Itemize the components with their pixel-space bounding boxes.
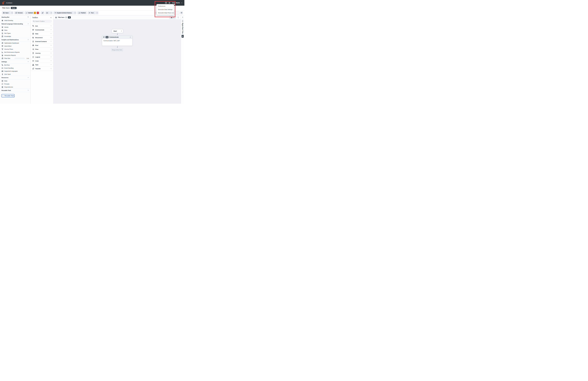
sidebar-section-starting-bot[interactable]: Starting Bot [0, 15, 30, 19]
language-button[interactable]: English (United States) [53, 11, 76, 14]
menu-item-preferences[interactable]: Preferences [157, 4, 174, 8]
toolbox-category-external-contacts[interactable]: External Contacts [31, 40, 53, 43]
test-dropdown[interactable] [96, 11, 98, 14]
link-button[interactable] [41, 11, 44, 14]
diamond-icon[interactable] [182, 20, 184, 22]
version-button[interactable]: Version [14, 11, 24, 14]
section-label: Resources [1, 77, 8, 78]
drag-action-dropzone[interactable]: Drag action here [111, 48, 123, 51]
sidebar-section-settings[interactable]: Settings [0, 60, 30, 64]
sidebar-item-event-handling[interactable]: Event Handling [0, 66, 30, 70]
communicate-node[interactable]: 90 Communicate Communication: NOT_SET [102, 35, 132, 46]
external-contacts-icon [32, 41, 34, 42]
sidebar-section-reusable-task[interactable]: Reusable Task [0, 89, 30, 92]
sidebar-item-prompts[interactable]: Prompts [0, 83, 30, 85]
start-node[interactable]: Start [112, 29, 123, 33]
sidebar-section-insights-and-optimizations[interactable]: Insights and Optimizations [0, 38, 30, 42]
question-circle-icon[interactable] [65, 17, 67, 18]
menu-item-execution-data-flows-level[interactable]: Execution Data Flows Level [157, 11, 174, 15]
gears-icon [1, 64, 3, 66]
pie-chart-icon [1, 42, 3, 44]
validate-button[interactable]: Validate 1 1 [24, 11, 40, 14]
save-button[interactable]: Save [2, 11, 13, 14]
chevron-down-icon [50, 48, 52, 50]
publish-button[interactable]: Publish [77, 11, 87, 14]
sidebar-item-bot-flow[interactable]: Bot Flow [0, 64, 30, 66]
sidebar-item-supported-languages[interactable]: Supported Languages [0, 70, 30, 73]
start-node-kebab-menu[interactable] [120, 30, 123, 33]
ordered-list-dropdown[interactable] [50, 11, 53, 14]
toolbox-search-input[interactable] [35, 21, 51, 22]
document-icon [1, 32, 3, 34]
user-name[interactable]: User Name [172, 2, 180, 4]
sidebar-item-data[interactable]: Data [0, 79, 30, 83]
sidebar-item-flow-size[interactable]: Flow SizeLow [0, 57, 30, 60]
communicate-node-kebab-menu[interactable] [129, 36, 131, 39]
toolbox-category-transfer[interactable]: Transfer [31, 67, 53, 71]
sidebar-item-knowledge[interactable]: Knowledge [0, 35, 30, 38]
sidebar-item-optimization-dashboard[interactable]: Optimization Dashboard [0, 42, 30, 44]
language-dropdown[interactable] [74, 11, 76, 14]
toolbox-category-ask[interactable]: Ask [31, 24, 53, 28]
button-label: Reusable Task [4, 95, 14, 96]
gem-icon [1, 45, 3, 47]
collapse-left-icon[interactable] [182, 17, 184, 18]
canvas-kebab-menu[interactable] [177, 16, 179, 19]
test-button[interactable]: Test [88, 11, 98, 14]
chevron-down-icon[interactable] [181, 2, 183, 4]
toolbox-category-loop[interactable]: Loop [31, 59, 53, 63]
toolbox-panel: Toolbox AskCommunicateDataDisconnectExte… [31, 15, 54, 104]
toolbox-category-communicate[interactable]: Communicate [31, 28, 53, 32]
toolbox-search[interactable] [32, 20, 52, 23]
toolbox-category-journey[interactable]: Journey [31, 51, 53, 55]
item-label: Dependencies [4, 86, 13, 88]
collapse-left-icon[interactable] [50, 17, 52, 18]
bar-chart-icon [1, 51, 3, 53]
item-label: Initial Greeting [4, 20, 13, 21]
gear-icon[interactable] [168, 2, 170, 4]
chevron-down-icon[interactable] [27, 77, 29, 78]
category-label: External Contacts [35, 41, 47, 42]
add-reusable-task-button[interactable]: Reusable Task [1, 94, 15, 97]
collapse-left-icon[interactable] [27, 16, 29, 18]
filter-button[interactable] [180, 11, 183, 14]
sidebar-item-intent-miner[interactable]: Intent Miner [0, 44, 30, 48]
communicate-node-title: Communicate [109, 36, 119, 38]
sitemap-icon [55, 17, 57, 18]
chevron-down-icon[interactable] [27, 39, 29, 40]
toolbox-category-logical[interactable]: Logical [31, 55, 53, 59]
toolbox-category-task[interactable]: Task [31, 63, 53, 67]
save-dropdown[interactable] [10, 11, 13, 14]
help-icon[interactable] [165, 2, 167, 4]
item-label: Bot Performance Reports [4, 51, 20, 53]
toolbox-category-flow[interactable]: Flow [31, 47, 53, 51]
sidebar-item-slot-types[interactable]: Slot Types [0, 32, 30, 35]
shuffle-icon [32, 48, 34, 50]
chevron-down-icon[interactable] [27, 90, 29, 91]
sidebar-item-slots[interactable]: Slots [0, 29, 30, 32]
ordered-list-button[interactable] [45, 11, 53, 14]
sidebar-item-journey-flows[interactable]: Journey Flows [0, 48, 30, 51]
chevron-down-icon[interactable] [27, 23, 29, 24]
translate-icon [1, 70, 3, 72]
toolbox-category-data[interactable]: Data [31, 32, 53, 36]
menu-item-execution-data-settings[interactable]: Execution Data Settings [157, 8, 174, 11]
item-label: Optimization Dashboard [4, 42, 19, 44]
left-sidebar: Starting BotInitial GreetingNatural Lang… [0, 15, 31, 104]
communicate-node-detail: Communication: NOT_SET [102, 39, 132, 46]
sidebar-item-user-input[interactable]: User Input [0, 73, 30, 76]
sidebar-item-initial-greeting[interactable]: Initial Greeting [0, 19, 30, 22]
sidebar-section-resources[interactable]: Resources [0, 76, 30, 79]
flow-canvas[interactable]: Start 90 Communicate Communication [54, 20, 181, 104]
canvas-title: Title here [58, 17, 64, 18]
view-mode-button[interactable] [169, 16, 176, 19]
chevron-down-icon[interactable] [27, 61, 29, 62]
sidebar-item-bot-performance-reports[interactable]: Bot Performance Reports [0, 51, 30, 54]
sidebar-item-dependencies[interactable]: Dependencies [0, 85, 30, 88]
toolbox-category-find[interactable]: Find [31, 43, 53, 47]
sidebar-item-interaction-reports[interactable]: Interaction Reports [0, 54, 30, 57]
sidebar-item-intents[interactable]: Intents [0, 26, 30, 29]
toolbox-category-disconnect[interactable]: Disconnect [31, 36, 53, 40]
sidebar-section-natural-language-understanding[interactable]: Natural Language Understanding [0, 22, 30, 25]
chevron-down-icon [50, 52, 52, 54]
